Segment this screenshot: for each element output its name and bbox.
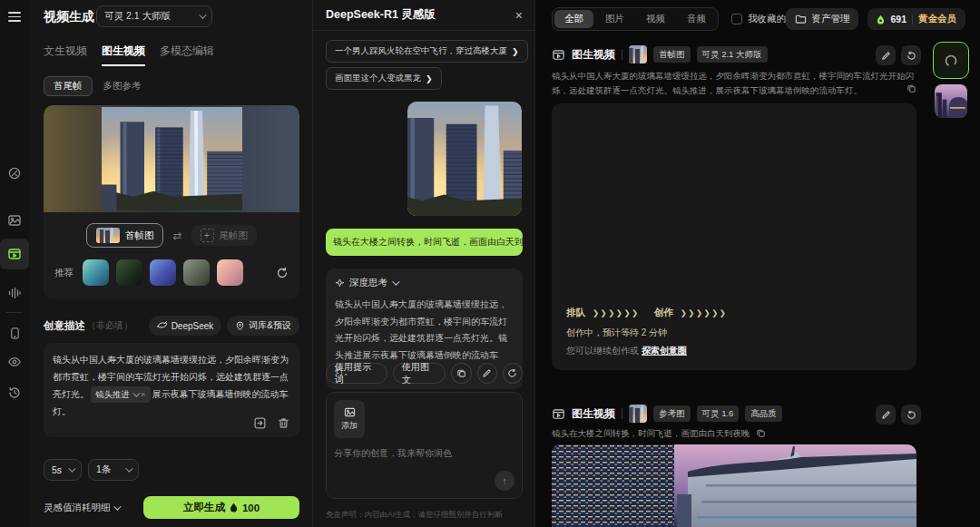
task1-description: 镜头从中国人寿大厦的玻璃幕墙缓缓拉远，夕阳余晖渐变为都市霓虹，楼宇间的车流灯光开… <box>552 69 916 97</box>
model-select[interactable]: 可灵 2.1 大师版 <box>96 5 212 27</box>
creative-tools-icon[interactable] <box>0 160 29 187</box>
copy-icon <box>456 368 466 378</box>
filter-all[interactable]: 全部 <box>554 10 593 28</box>
credit-drop-icon <box>230 503 238 512</box>
task1-edit-button[interactable] <box>876 45 896 65</box>
copy-icon[interactable] <box>906 83 916 98</box>
save-draft-icon[interactable] <box>253 416 267 430</box>
copy-icon[interactable] <box>756 428 766 438</box>
tab-multimodal-edit[interactable]: 多模态编辑 <box>160 44 214 66</box>
deep-think-toggle[interactable]: 深度思考 <box>335 277 514 289</box>
filter-audio[interactable]: 音频 <box>677 10 716 28</box>
video-generation-icon[interactable] <box>0 239 29 269</box>
deepseek-button-label: DeepSeek <box>172 321 214 331</box>
queued-task-tile[interactable] <box>933 42 969 79</box>
uploaded-image-preview[interactable] <box>44 105 299 212</box>
deep-think-icon <box>335 278 345 288</box>
generate-cost: 100 <box>242 503 260 513</box>
task1-hint: 您可以继续创作或探索创意圈 <box>566 345 687 357</box>
image-generation-icon[interactable] <box>0 207 29 234</box>
recommend-thumb-1[interactable] <box>83 259 109 286</box>
credits-membership-badge[interactable]: 691 黄金会员 <box>867 8 965 30</box>
add-label: 添加 <box>341 420 358 432</box>
first-frame-button[interactable]: 首帧图 <box>86 223 164 248</box>
trash-icon[interactable] <box>277 416 290 430</box>
favorites-checkbox[interactable] <box>731 14 742 24</box>
suggestion-chip-1[interactable]: 一个男人踩风火轮在空中飞行，穿过高楼大厦 ❯ <box>326 40 528 63</box>
recommend-thumb-3[interactable] <box>150 259 176 286</box>
explore-community-link[interactable]: 探索创意圈 <box>642 346 687 356</box>
task1-source-thumb[interactable] <box>629 45 647 63</box>
task1-frame-tag: 首帧图 <box>653 46 691 63</box>
use-image-text-button[interactable]: 使用图文 <box>393 363 446 384</box>
refresh-recommend-icon[interactable] <box>276 267 289 279</box>
queue-arrows: ❯❯❯❯❯❯ <box>593 308 640 317</box>
task2-actions <box>876 405 921 425</box>
last-frame-button[interactable]: + 尾帧图 <box>191 225 258 246</box>
left-icon-rail <box>0 0 29 527</box>
cost-detail-label: 灵感值消耗明细 <box>44 502 111 514</box>
deepseek-button[interactable]: DeepSeek <box>149 316 222 336</box>
recommend-thumb-4[interactable] <box>183 259 210 286</box>
copy-response-button[interactable] <box>451 363 471 384</box>
subtab-multi-image-ref[interactable]: 多图参考 <box>103 80 142 93</box>
send-button[interactable]: ↑ <box>495 471 514 491</box>
chat-input[interactable]: 分享你的创意，我来帮你润色 <box>334 447 514 460</box>
regenerate-button[interactable] <box>503 363 523 384</box>
asset-management-button[interactable]: 资产管理 <box>786 8 858 30</box>
edit-response-button[interactable] <box>477 363 497 384</box>
menu-icon[interactable] <box>8 12 21 22</box>
camera-move-tag[interactable]: 镜头推进× <box>91 386 151 403</box>
filter-images[interactable]: 图片 <box>595 10 634 28</box>
tab-image-to-video[interactable]: 图生视频 <box>102 44 145 66</box>
task2-regenerate-button[interactable] <box>901 405 921 425</box>
recommend-thumb-5[interactable] <box>217 259 243 286</box>
task2-source-thumb[interactable] <box>629 405 647 423</box>
duration-value: 5s <box>52 464 62 475</box>
preset-library-button[interactable]: 词库&预设 <box>227 316 299 336</box>
task1-type: 图生视频 <box>572 47 615 63</box>
queue-label: 排队 <box>566 307 585 319</box>
duration-select[interactable]: 5s <box>44 459 82 481</box>
close-icon[interactable]: × <box>515 8 523 23</box>
remove-tag-icon[interactable]: × <box>141 386 146 403</box>
prompt-tools <box>253 416 290 430</box>
create-arrows: ❯❯❯❯❯❯ <box>681 308 728 317</box>
swap-frames-icon[interactable]: ⇄ <box>172 229 181 242</box>
use-prompt-button[interactable]: 使用提示词 <box>326 363 387 384</box>
task2-video-result[interactable] <box>552 444 916 527</box>
deep-think-label: 深度思考 <box>349 277 387 289</box>
user-uploaded-image[interactable] <box>407 102 522 216</box>
cost-detail-toggle[interactable]: 灵感值消耗明细 <box>44 502 119 514</box>
suggestion-chip-2[interactable]: 画面里这个人变成黑龙 ❯ <box>326 67 442 90</box>
generate-button[interactable]: 立即生成 100 <box>143 496 299 519</box>
count-value: 1条 <box>96 464 111 476</box>
badge-divider <box>912 15 913 24</box>
filter-videos[interactable]: 视频 <box>636 10 675 28</box>
task2-edit-button[interactable] <box>876 405 896 425</box>
recent-result-thumb[interactable] <box>935 84 967 118</box>
suggestion-1-label: 一个男人踩风火轮在空中飞行，穿过高楼大厦 <box>335 45 507 57</box>
explore-icon[interactable] <box>0 348 29 376</box>
task1-regenerate-button[interactable] <box>901 45 921 65</box>
mobile-app-icon[interactable] <box>0 319 29 346</box>
pencil-icon <box>881 410 891 420</box>
rail-divider <box>6 312 23 313</box>
task1-actions <box>876 45 921 65</box>
asset-type-tabs: 全部 图片 视频 音频 <box>552 7 719 31</box>
count-select[interactable]: 1条 <box>88 459 139 481</box>
audio-generation-icon[interactable] <box>0 279 29 307</box>
prompt-editor[interactable]: 镜头从中国人寿大厦的玻璃幕墙缓缓拉远，夕阳余晖渐变为都市霓虹，楼宇间的车流灯光开… <box>44 343 299 437</box>
tab-text-to-video[interactable]: 文生视频 <box>44 44 87 66</box>
history-icon[interactable] <box>0 379 29 406</box>
credits-count: 691 <box>890 14 906 24</box>
frame-buttons-row: 首帧图 ⇄ + 尾帧图 <box>44 223 299 248</box>
add-image-button[interactable]: 添加 <box>334 400 365 438</box>
separator <box>622 408 622 419</box>
recommend-thumb-2[interactable] <box>116 259 142 286</box>
subtab-first-last-frame[interactable]: 首尾帧 <box>44 76 93 96</box>
favorites-filter[interactable]: 我收藏的 <box>731 13 786 25</box>
mode-tabs: 文生视频 图生视频 多模态编辑 <box>44 44 214 66</box>
chevron-right-icon: ❯ <box>512 47 519 56</box>
page-title: 视频生成 <box>44 9 94 25</box>
